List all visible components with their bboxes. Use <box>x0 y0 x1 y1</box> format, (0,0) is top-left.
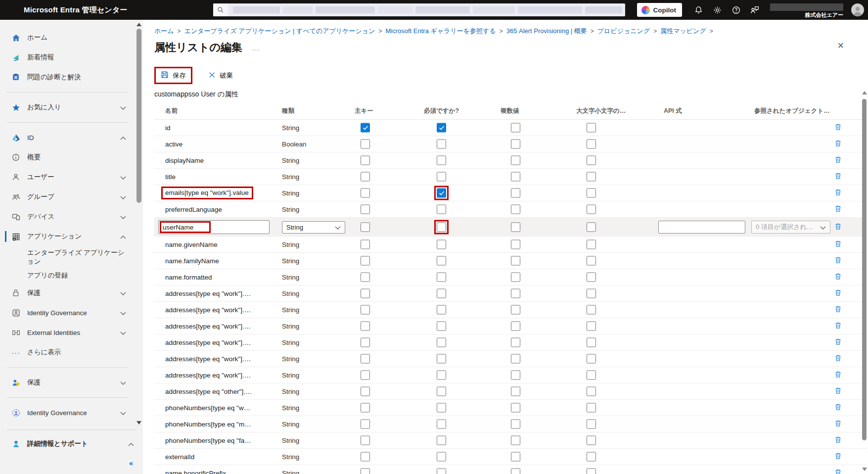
multi-value-checkbox[interactable] <box>511 403 520 413</box>
primary-key-checkbox[interactable] <box>361 205 370 214</box>
multi-value-checkbox[interactable] <box>511 156 520 165</box>
breadcrumb-link-4[interactable]: プロビジョニング <box>597 27 650 35</box>
delete-attribute-button[interactable] <box>834 240 842 249</box>
primary-key-checkbox[interactable] <box>361 322 370 331</box>
delete-attribute-button[interactable] <box>834 156 842 165</box>
multi-value-checkbox[interactable] <box>511 273 520 282</box>
case-exact-checkbox[interactable] <box>587 354 596 364</box>
required-checkbox[interactable] <box>437 387 446 396</box>
account-info[interactable]: 株式会社エアー <box>767 0 850 20</box>
primary-key-checkbox[interactable] <box>361 289 370 298</box>
sidebar-subitem-12[interactable]: エンタープライズ アプリケーション <box>0 246 135 268</box>
required-checkbox[interactable] <box>437 371 446 380</box>
primary-key-checkbox[interactable] <box>361 403 370 413</box>
case-exact-checkbox[interactable] <box>587 156 596 165</box>
api-expression-input[interactable] <box>658 221 745 234</box>
required-checkbox[interactable] <box>437 240 446 249</box>
breadcrumb-link-5[interactable]: 属性マッピング <box>660 27 706 35</box>
case-exact-checkbox[interactable] <box>587 123 596 133</box>
case-exact-checkbox[interactable] <box>587 222 596 232</box>
required-checkbox[interactable] <box>437 305 446 315</box>
case-exact-checkbox[interactable] <box>587 420 596 429</box>
delete-attribute-button[interactable] <box>834 452 842 462</box>
multi-value-checkbox[interactable] <box>511 172 520 182</box>
case-exact-checkbox[interactable] <box>587 256 596 266</box>
breadcrumb-link-0[interactable]: ホーム <box>154 27 174 35</box>
multi-value-checkbox[interactable] <box>511 469 520 474</box>
close-icon[interactable]: ✕ <box>837 42 844 50</box>
delete-attribute-button[interactable] <box>834 338 842 347</box>
help-icon[interactable] <box>727 0 745 20</box>
required-checkbox[interactable] <box>437 322 446 331</box>
primary-key-checkbox[interactable] <box>361 354 370 364</box>
sidebar-item-19[interactable]: 保護 <box>0 373 135 392</box>
sidebar-item-6[interactable]: ID <box>0 128 135 147</box>
save-button[interactable]: 保存 <box>156 68 191 83</box>
sidebar-item-9[interactable]: グループ <box>0 187 135 207</box>
sidebar-item-2[interactable]: 問題の診断と解決 <box>0 67 135 87</box>
required-checkbox[interactable] <box>437 273 446 282</box>
delete-attribute-button[interactable] <box>834 469 842 474</box>
referenced-object-dropdown[interactable]: 0 項目が選択され… <box>751 221 830 234</box>
case-exact-checkbox[interactable] <box>587 436 596 445</box>
required-checkbox[interactable] <box>437 123 446 133</box>
multi-value-checkbox[interactable] <box>511 140 520 149</box>
case-exact-checkbox[interactable] <box>587 273 596 282</box>
primary-key-checkbox[interactable] <box>361 371 370 380</box>
copilot-button[interactable]: Copilot <box>637 3 683 17</box>
breadcrumb-link-2[interactable]: Microsoft Entra ギャラリーを参照する <box>385 27 496 35</box>
case-exact-checkbox[interactable] <box>587 172 596 182</box>
primary-key-checkbox[interactable] <box>361 222 370 232</box>
multi-value-checkbox[interactable] <box>511 322 520 331</box>
case-exact-checkbox[interactable] <box>587 189 596 198</box>
case-exact-checkbox[interactable] <box>587 371 596 380</box>
delete-attribute-button[interactable] <box>834 273 842 282</box>
discard-button[interactable]: 破棄 <box>203 69 238 83</box>
delete-attribute-button[interactable] <box>834 205 842 214</box>
sidebar-item-learn-support[interactable]: 詳細情報とサポート <box>0 434 143 454</box>
breadcrumb-link-3[interactable]: 365 Alert Provisioning | 概要 <box>506 27 587 35</box>
sidebar-item-0[interactable]: ホーム <box>0 28 135 47</box>
multi-value-checkbox[interactable] <box>511 387 520 396</box>
delete-attribute-button[interactable] <box>834 140 842 149</box>
sidebar-item-11[interactable]: アプリケーション <box>0 227 135 246</box>
primary-key-checkbox[interactable] <box>361 436 370 445</box>
primary-key-checkbox[interactable] <box>361 338 370 347</box>
primary-key-checkbox[interactable] <box>361 172 370 182</box>
sidebar-subitem-13[interactable]: アプリの登録 <box>0 268 135 283</box>
global-search-input[interactable] <box>213 3 625 16</box>
sidebar-item-4[interactable]: お気に入り <box>0 97 135 117</box>
type-select-dropdown[interactable]: String <box>282 221 345 234</box>
required-checkbox[interactable] <box>437 222 446 232</box>
sidebar-item-15[interactable]: Identity Governance <box>0 303 135 323</box>
multi-value-checkbox[interactable] <box>511 222 520 232</box>
sidebar-scroll-up-arrow[interactable] <box>137 23 141 26</box>
required-checkbox[interactable] <box>437 172 446 182</box>
content-scrollbar-thumb[interactable] <box>862 99 867 440</box>
required-checkbox[interactable] <box>437 189 446 198</box>
delete-attribute-button[interactable] <box>834 123 842 133</box>
primary-key-checkbox[interactable] <box>361 420 370 429</box>
case-exact-checkbox[interactable] <box>587 403 596 413</box>
content-scroll-up-arrow[interactable] <box>862 91 867 95</box>
multi-value-checkbox[interactable] <box>511 256 520 266</box>
settings-gear-icon[interactable] <box>708 0 727 20</box>
case-exact-checkbox[interactable] <box>587 240 596 249</box>
multi-value-checkbox[interactable] <box>511 436 520 445</box>
primary-key-checkbox[interactable] <box>361 469 370 474</box>
required-checkbox[interactable] <box>437 436 446 445</box>
case-exact-checkbox[interactable] <box>587 289 596 298</box>
title-overflow-dots[interactable]: … <box>252 44 261 52</box>
sidebar-item-8[interactable]: ユーザー <box>0 167 135 187</box>
required-checkbox[interactable] <box>437 469 446 474</box>
delete-attribute-button[interactable] <box>834 322 842 331</box>
multi-value-checkbox[interactable] <box>511 289 520 298</box>
required-checkbox[interactable] <box>437 289 446 298</box>
delete-attribute-button[interactable] <box>834 436 842 445</box>
breadcrumb-link-1[interactable]: エンタープライズ アプリケーション | すべてのアプリケーション <box>184 27 375 35</box>
required-checkbox[interactable] <box>437 256 446 266</box>
delete-attribute-button[interactable] <box>834 387 842 396</box>
sidebar-item-16[interactable]: External Identities <box>0 323 135 342</box>
required-checkbox[interactable] <box>437 403 446 413</box>
multi-value-checkbox[interactable] <box>511 205 520 214</box>
